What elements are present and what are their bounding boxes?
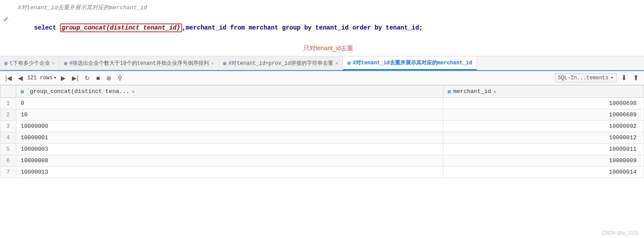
cell-group-concat: 10000008 [16, 155, 443, 167]
tab-close-1[interactable]: ✕ [52, 60, 55, 66]
tab-concat-dedup[interactable]: ▦ #对tenant_id+prov_id拼接的字符串去重 ✕ [219, 56, 343, 70]
cell-merchant-id: 10000011 [443, 144, 644, 155]
cell-merchant-id: 10000009 [443, 155, 644, 167]
results-table: ▦ `group_concat(distinct tena... ⇅ ▦ mer… [0, 85, 644, 178]
cell-merchant-id: 10006689 [443, 109, 644, 121]
toolbar: |◀ ◀ 121 rows ▾ ▶ ▶| ↻ ■ ⊕ ⚲ SQL-In...te… [0, 71, 644, 85]
check-icon: ✔ [4, 14, 8, 24]
cell-group-concat: 0 [16, 98, 443, 109]
sql-select-keyword: select [34, 24, 60, 31]
rows-count: 121 rows [27, 75, 53, 81]
editor-line: ✔ select group_concat(distinct tenant_id… [4, 13, 639, 43]
sql-statements-button[interactable]: SQL-In...tements ▾ [555, 73, 617, 82]
tab-close-3[interactable]: ✕ [335, 60, 339, 66]
cell-group-concat: 10000000 [16, 121, 443, 132]
tab-table-icon-4: ▦ [347, 60, 350, 66]
tab-table-icon-2: ▦ [64, 60, 67, 66]
table-container: ▦ `group_concat(distinct tena... ⇅ ▦ mer… [0, 85, 644, 178]
tab-table-icon-1: ▦ [4, 60, 7, 66]
row-number: 1 [0, 98, 16, 109]
first-page-button[interactable]: |◀ [4, 74, 14, 82]
table-row: 71000001310000014 [0, 167, 644, 178]
cell-group-concat: 10000001 [16, 132, 443, 144]
sql-btn-label: SQL-In...tements [558, 75, 609, 81]
col-header-label-1: `group_concat(distinct tena... [26, 88, 130, 95]
table-row: 41000000110000012 [0, 132, 644, 144]
prev-page-button[interactable]: ◀ [16, 74, 25, 82]
editor-comment: #对tenant_id去重并展示其对应的merchant_id [18, 4, 639, 11]
col-header-label-2: merchant_id [453, 88, 491, 95]
row-number: 2 [0, 109, 16, 121]
col-icon-1: ▦ [21, 89, 24, 94]
sql-highlighted-function: group_concat(distinct tenant_id) [60, 23, 182, 32]
row-number: 4 [0, 132, 16, 144]
col-header-group-concat[interactable]: ▦ `group_concat(distinct tena... ⇅ [16, 86, 443, 98]
stop-button[interactable]: ■ [94, 74, 101, 82]
pin-button[interactable]: ⊕ [104, 74, 113, 82]
table-row: 51000000310000011 [0, 144, 644, 155]
tab-close-2[interactable]: ✕ [211, 60, 214, 66]
tab-label-2: #筛选出企业个数大于10个的tenant并按企业序号倒序排列 [69, 60, 209, 67]
tab-label-1: t下有多少个企业 [10, 60, 50, 67]
tabs-bar: ▦ t下有多少个企业 ✕ ▦ #筛选出企业个数大于10个的tenant并按企业序… [0, 56, 644, 71]
tab-label-4: #对tenant_id去重并展示其对应的merchant_id [353, 59, 472, 67]
cell-group-concat: 10000003 [16, 144, 443, 155]
row-number: 5 [0, 144, 16, 155]
table-header-row: ▦ `group_concat(distinct tena... ⇅ ▦ mer… [0, 86, 644, 98]
table-row: 61000000810000009 [0, 155, 644, 167]
row-number: 6 [0, 155, 16, 167]
table-row: 31000000010000002 [0, 121, 644, 132]
sort-icon-1: ⇅ [132, 89, 135, 94]
cell-group-concat: 10 [16, 109, 443, 121]
last-page-button[interactable]: ▶| [70, 74, 80, 82]
col-header-rownum [0, 86, 16, 98]
cell-group-concat: 10000013 [16, 167, 443, 178]
anchor-button[interactable]: ⚲ [116, 74, 124, 82]
rows-dropdown-arrow: ▾ [53, 74, 56, 81]
table-row: 21010006689 [0, 109, 644, 121]
download-button[interactable]: ⬇ [619, 73, 629, 83]
sort-icon-2: ⇅ [494, 89, 496, 94]
refresh-button[interactable]: ↻ [83, 74, 92, 82]
sql-code: select group_concat(distinct tenant_id),… [12, 13, 423, 43]
rows-dropdown[interactable]: 121 rows ▾ [27, 74, 57, 81]
tab-label-3: #对tenant_id+prov_id拼接的字符串去重 [228, 60, 333, 67]
sql-rest: ,merchant_id from merchant group by tena… [182, 24, 423, 31]
tab-enterprise-count[interactable]: ▦ t下有多少个企业 ✕ [0, 56, 60, 70]
col-header-merchant-id[interactable]: ▦ merchant_id ⇅ [443, 86, 644, 98]
next-page-button[interactable]: ▶ [59, 74, 67, 82]
cell-merchant-id: 10000698 [443, 98, 644, 109]
cell-merchant-id: 10000014 [443, 167, 644, 178]
row-number: 7 [0, 167, 16, 178]
sql-btn-arrow: ▾ [610, 74, 614, 81]
upload-button[interactable]: ⬆ [631, 73, 640, 83]
cell-merchant-id: 10000012 [443, 132, 644, 144]
col-icon-2: ▦ [448, 89, 451, 94]
tab-table-icon-3: ▦ [223, 60, 227, 66]
sql-note: 只对tenant_id去重 [18, 45, 639, 52]
tab-merchant-dedup[interactable]: ▦ #对tenant_id去重并展示其对应的merchant_id [343, 56, 477, 70]
tab-filter-tenant[interactable]: ▦ #筛选出企业个数大于10个的tenant并按企业序号倒序排列 ✕ [60, 56, 219, 70]
cell-merchant-id: 10000002 [443, 121, 644, 132]
row-number: 3 [0, 121, 16, 132]
table-body: 1010000698210100066893100000001000000241… [0, 98, 644, 178]
table-row: 1010000698 [0, 98, 644, 109]
editor-area: #对tenant_id去重并展示其对应的merchant_id ✔ select… [0, 0, 644, 56]
